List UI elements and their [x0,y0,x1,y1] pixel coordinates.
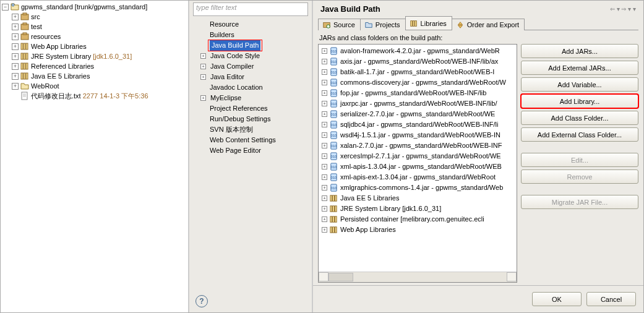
add-variable-button[interactable]: Add Variable... [521,77,638,92]
jar-list-item[interactable]: +serializer-2.7.0.jar - gpwms_standard/W… [320,109,517,119]
add-library-button[interactable]: Add Library... [521,94,638,108]
jar-list-item[interactable]: +jaxrpc.jar - gpwms_standard/WebRoot/WEB… [320,98,517,109]
jar-list-item[interactable]: +xmlgraphics-commons-1.4.jar - gpwms_sta… [320,182,517,193]
jar-list-item[interactable]: +xml-apis-1.3.04.jar - gpwms_standard/We… [320,161,517,172]
project-tree[interactable]: − gpwms_standard [trunk/gpwms_standard] … [1,1,188,101]
property-tree-item[interactable]: Web Page Editor [193,145,312,156]
filter-input[interactable]: type filter text [193,2,308,16]
property-tree-item[interactable]: +Java Code Style [193,51,312,61]
tab-order-and-export[interactable]: Order and Export [452,19,525,30]
scroll-thumb[interactable] [328,273,353,281]
nav-history-buttons[interactable]: ⇐ ▾ ⇒ ▾ ▾ [610,6,636,12]
property-tree-item[interactable]: Project References [193,103,312,114]
expand-icon[interactable]: + [12,53,19,60]
property-tree-item[interactable]: Javadoc Location [193,82,312,93]
tab-source[interactable]: Source [318,19,361,30]
jar-list-item[interactable]: +xercesImpl-2.7.1.jar - gpwms_standard/W… [320,151,517,161]
expand-icon[interactable]: + [12,24,19,30]
expand-icon[interactable]: + [12,43,19,50]
ok-button[interactable]: OK [532,292,582,306]
expand-icon[interactable]: + [200,64,206,69]
expand-icon[interactable]: + [322,164,327,169]
property-label: Java Build Path [210,40,260,51]
tree-item[interactable]: +WebRoot [2,81,188,91]
jar-list-item[interactable]: +batik-all-1.7.jar - gpwms_standard/WebR… [320,67,517,77]
expand-icon[interactable]: + [322,90,327,96]
jar-list-item[interactable]: +commons-discovery.jar - gpwms_standard/… [320,77,517,88]
expand-icon[interactable]: + [322,206,327,212]
property-tree-item[interactable]: SVN 版本控制 [193,124,312,135]
tab-libraries[interactable]: Libraries [405,16,452,30]
add-class-folder-button[interactable]: Add Class Folder... [521,111,638,125]
jar-list-item[interactable]: +Web App Libraries [320,225,517,235]
expand-icon[interactable]: + [322,132,327,138]
jar-list-item[interactable]: +avalon-framework-4.2.0.jar - gpwms_stan… [320,46,517,56]
jar-list-item[interactable]: +axis.jar - gpwms_standard/WebRoot/WEB-I… [320,56,517,67]
expand-icon[interactable]: + [322,48,327,54]
expand-icon[interactable]: + [322,217,327,222]
property-tree-item[interactable]: Web Content Settings [193,135,312,145]
add-external-class-folder-button[interactable]: Add External Class Folder... [521,127,638,142]
expand-icon[interactable]: + [12,33,19,40]
expand-icon[interactable]: + [322,227,327,233]
property-tree-item[interactable]: +MyEclipse [193,93,312,103]
expand-icon[interactable]: + [322,153,327,159]
expand-icon[interactable]: + [12,14,19,20]
jar-list-item[interactable]: +Java EE 5 Libraries [320,193,517,204]
jar-list-item[interactable]: +wsdl4j-1.5.1.jar - gpwms_standard/WebRo… [320,130,517,140]
remove-button[interactable]: Remove [521,169,638,184]
jar-list[interactable]: +avalon-framework-4.2.0.jar - gpwms_stan… [319,45,517,272]
property-tree[interactable]: ResourceBuildersJava Build Path+Java Cod… [189,18,312,156]
tree-item[interactable]: +src [2,12,188,22]
expand-icon[interactable]: + [322,122,327,127]
tree-item[interactable]: +Java EE 5 Libraries [2,71,188,81]
property-tree-item[interactable]: Run/Debug Settings [193,114,312,124]
jar-list-item[interactable]: +Persisted container [melibrary.com.genu… [320,214,517,225]
tree-root[interactable]: − gpwms_standard [trunk/gpwms_standard] [2,2,188,12]
tab-projects[interactable]: Projects [360,19,406,30]
expand-icon[interactable]: + [12,63,19,70]
tree-item[interactable]: .代码修改日志.txt 2277 14-1-3 下午5:36 [2,91,188,101]
expand-icon[interactable]: + [322,59,327,64]
jar-list-item[interactable]: +fop.jar - gpwms_standard/WebRoot/WEB-IN… [320,88,517,98]
tree-item[interactable]: +Referenced Libraries [2,61,188,71]
expand-icon[interactable]: + [322,101,327,106]
property-tree-item[interactable]: Java Build Path [193,40,312,51]
jar-list-item[interactable]: +xalan-2.7.0.jar - gpwms_standard/WebRoo… [320,140,517,151]
expand-icon[interactable]: + [322,69,327,75]
expand-icon[interactable]: + [12,73,19,80]
jar-list-item[interactable]: +sqljdbc4.jar - gpwms_standard/WebRoot/W… [320,119,517,130]
jar-list-item[interactable]: +xml-apis-ext-1.3.04.jar - gpwms_standar… [320,172,517,182]
property-tree-item[interactable]: Resource [193,19,312,30]
add-external-jars-button[interactable]: Add External JARs... [521,61,638,75]
property-tree-item[interactable]: +Java Compiler [193,61,312,72]
help-icon[interactable]: ? [195,295,208,307]
expand-icon[interactable]: + [322,195,327,201]
expand-icon[interactable]: + [200,74,206,80]
expand-icon[interactable]: − [2,4,9,11]
expand-icon[interactable]: + [322,80,327,85]
expand-icon[interactable]: + [200,53,206,59]
expand-icon[interactable]: + [322,111,327,117]
jar-icon [329,141,338,150]
jar-list-item[interactable]: +JRE System Library [jdk1.6.0_31] [320,204,517,214]
expand-icon[interactable]: + [200,95,206,101]
tree-item[interactable]: +Web App Libraries [2,41,188,51]
tree-item[interactable]: +JRE System Library [jdk1.6.0_31] [2,51,188,61]
scroll-right-button[interactable] [507,272,517,281]
property-tree-item[interactable]: +Java Editor [193,72,312,82]
expand-icon[interactable]: + [322,143,327,148]
tree-item[interactable]: +resources [2,32,188,41]
expand-icon[interactable]: + [12,83,19,90]
property-tree-item[interactable]: Builders [193,30,312,40]
add-jars-button[interactable]: Add JARs... [521,44,638,58]
scroll-left-button[interactable] [319,272,328,281]
horizontal-scrollbar[interactable] [319,272,517,282]
tree-item[interactable]: +test [2,22,188,32]
expand-icon[interactable]: + [322,174,327,180]
jar-item-label: xml-apis-ext-1.3.04.jar - gpwms_standard… [340,172,496,182]
cancel-button[interactable]: Cancel [586,292,636,306]
migrate-jar-button[interactable]: Migrate JAR File... [521,195,638,209]
expand-icon[interactable]: + [322,185,327,191]
edit-button[interactable]: Edit... [521,153,638,167]
